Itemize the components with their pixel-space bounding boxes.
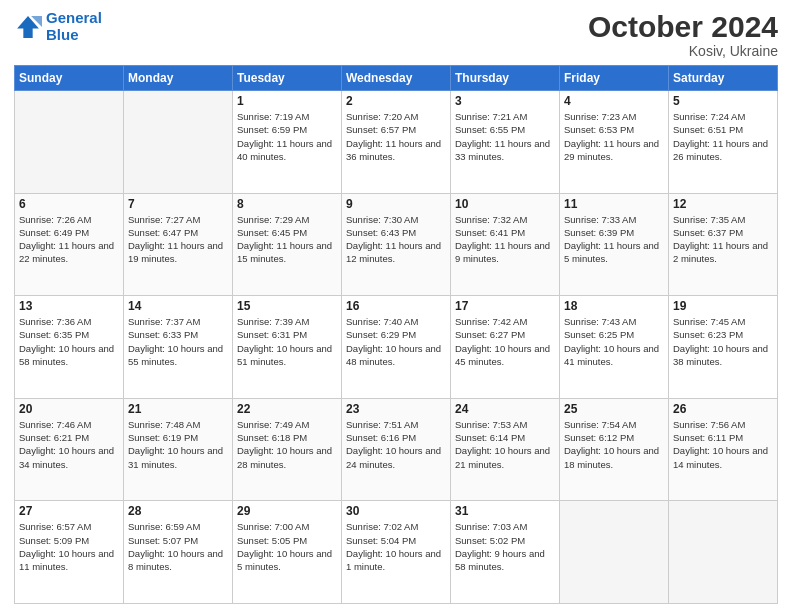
table-row: 30Sunrise: 7:02 AM Sunset: 5:04 PM Dayli…: [342, 501, 451, 604]
table-row: 1Sunrise: 7:19 AM Sunset: 6:59 PM Daylig…: [233, 91, 342, 194]
cell-info: Sunrise: 7:48 AM Sunset: 6:19 PM Dayligh…: [128, 418, 228, 471]
cell-info: Sunrise: 7:56 AM Sunset: 6:11 PM Dayligh…: [673, 418, 773, 471]
table-row: [669, 501, 778, 604]
table-row: [560, 501, 669, 604]
table-row: 9Sunrise: 7:30 AM Sunset: 6:43 PM Daylig…: [342, 193, 451, 296]
table-row: 15Sunrise: 7:39 AM Sunset: 6:31 PM Dayli…: [233, 296, 342, 399]
table-row: 29Sunrise: 7:00 AM Sunset: 5:05 PM Dayli…: [233, 501, 342, 604]
cell-info: Sunrise: 7:54 AM Sunset: 6:12 PM Dayligh…: [564, 418, 664, 471]
day-number: 29: [237, 504, 337, 518]
day-number: 21: [128, 402, 228, 416]
day-number: 24: [455, 402, 555, 416]
day-number: 18: [564, 299, 664, 313]
table-row: 11Sunrise: 7:33 AM Sunset: 6:39 PM Dayli…: [560, 193, 669, 296]
day-number: 1: [237, 94, 337, 108]
title-block: October 2024 Kosiv, Ukraine: [588, 10, 778, 59]
logo-icon: [14, 13, 42, 41]
table-row: 2Sunrise: 7:20 AM Sunset: 6:57 PM Daylig…: [342, 91, 451, 194]
cell-info: Sunrise: 7:19 AM Sunset: 6:59 PM Dayligh…: [237, 110, 337, 163]
table-row: 10Sunrise: 7:32 AM Sunset: 6:41 PM Dayli…: [451, 193, 560, 296]
day-number: 7: [128, 197, 228, 211]
table-row: 18Sunrise: 7:43 AM Sunset: 6:25 PM Dayli…: [560, 296, 669, 399]
header-tuesday: Tuesday: [233, 66, 342, 91]
cell-info: Sunrise: 7:36 AM Sunset: 6:35 PM Dayligh…: [19, 315, 119, 368]
day-number: 28: [128, 504, 228, 518]
day-number: 12: [673, 197, 773, 211]
header-thursday: Thursday: [451, 66, 560, 91]
table-row: [124, 91, 233, 194]
logo-line2: Blue: [46, 26, 79, 43]
table-row: 14Sunrise: 7:37 AM Sunset: 6:33 PM Dayli…: [124, 296, 233, 399]
day-number: 22: [237, 402, 337, 416]
header-wednesday: Wednesday: [342, 66, 451, 91]
cell-info: Sunrise: 7:46 AM Sunset: 6:21 PM Dayligh…: [19, 418, 119, 471]
day-number: 15: [237, 299, 337, 313]
cell-info: Sunrise: 7:32 AM Sunset: 6:41 PM Dayligh…: [455, 213, 555, 266]
day-number: 17: [455, 299, 555, 313]
day-number: 16: [346, 299, 446, 313]
table-row: 17Sunrise: 7:42 AM Sunset: 6:27 PM Dayli…: [451, 296, 560, 399]
cell-info: Sunrise: 7:24 AM Sunset: 6:51 PM Dayligh…: [673, 110, 773, 163]
table-row: 23Sunrise: 7:51 AM Sunset: 6:16 PM Dayli…: [342, 398, 451, 501]
cell-info: Sunrise: 7:00 AM Sunset: 5:05 PM Dayligh…: [237, 520, 337, 573]
cell-info: Sunrise: 7:49 AM Sunset: 6:18 PM Dayligh…: [237, 418, 337, 471]
table-row: 20Sunrise: 7:46 AM Sunset: 6:21 PM Dayli…: [15, 398, 124, 501]
table-row: 12Sunrise: 7:35 AM Sunset: 6:37 PM Dayli…: [669, 193, 778, 296]
cell-info: Sunrise: 7:23 AM Sunset: 6:53 PM Dayligh…: [564, 110, 664, 163]
cell-info: Sunrise: 7:40 AM Sunset: 6:29 PM Dayligh…: [346, 315, 446, 368]
table-row: 6Sunrise: 7:26 AM Sunset: 6:49 PM Daylig…: [15, 193, 124, 296]
day-number: 14: [128, 299, 228, 313]
table-row: 21Sunrise: 7:48 AM Sunset: 6:19 PM Dayli…: [124, 398, 233, 501]
day-number: 9: [346, 197, 446, 211]
table-row: 19Sunrise: 7:45 AM Sunset: 6:23 PM Dayli…: [669, 296, 778, 399]
day-number: 3: [455, 94, 555, 108]
cell-info: Sunrise: 7:21 AM Sunset: 6:55 PM Dayligh…: [455, 110, 555, 163]
day-number: 20: [19, 402, 119, 416]
header-monday: Monday: [124, 66, 233, 91]
table-row: 28Sunrise: 6:59 AM Sunset: 5:07 PM Dayli…: [124, 501, 233, 604]
table-row: 22Sunrise: 7:49 AM Sunset: 6:18 PM Dayli…: [233, 398, 342, 501]
day-number: 2: [346, 94, 446, 108]
header-sunday: Sunday: [15, 66, 124, 91]
cell-info: Sunrise: 7:43 AM Sunset: 6:25 PM Dayligh…: [564, 315, 664, 368]
day-number: 30: [346, 504, 446, 518]
logo-text: General Blue: [46, 10, 102, 43]
table-row: 13Sunrise: 7:36 AM Sunset: 6:35 PM Dayli…: [15, 296, 124, 399]
day-number: 13: [19, 299, 119, 313]
day-number: 27: [19, 504, 119, 518]
cell-info: Sunrise: 7:26 AM Sunset: 6:49 PM Dayligh…: [19, 213, 119, 266]
calendar-week-row: 13Sunrise: 7:36 AM Sunset: 6:35 PM Dayli…: [15, 296, 778, 399]
table-row: 7Sunrise: 7:27 AM Sunset: 6:47 PM Daylig…: [124, 193, 233, 296]
day-number: 4: [564, 94, 664, 108]
cell-info: Sunrise: 7:45 AM Sunset: 6:23 PM Dayligh…: [673, 315, 773, 368]
cell-info: Sunrise: 7:51 AM Sunset: 6:16 PM Dayligh…: [346, 418, 446, 471]
day-number: 11: [564, 197, 664, 211]
cell-info: Sunrise: 7:02 AM Sunset: 5:04 PM Dayligh…: [346, 520, 446, 573]
calendar-table: Sunday Monday Tuesday Wednesday Thursday…: [14, 65, 778, 604]
table-row: 5Sunrise: 7:24 AM Sunset: 6:51 PM Daylig…: [669, 91, 778, 194]
cell-info: Sunrise: 7:27 AM Sunset: 6:47 PM Dayligh…: [128, 213, 228, 266]
day-number: 23: [346, 402, 446, 416]
day-number: 31: [455, 504, 555, 518]
day-number: 6: [19, 197, 119, 211]
cell-info: Sunrise: 7:37 AM Sunset: 6:33 PM Dayligh…: [128, 315, 228, 368]
page: General Blue October 2024 Kosiv, Ukraine…: [0, 0, 792, 612]
subtitle: Kosiv, Ukraine: [588, 43, 778, 59]
cell-info: Sunrise: 7:20 AM Sunset: 6:57 PM Dayligh…: [346, 110, 446, 163]
logo-line1: General: [46, 9, 102, 26]
calendar-week-row: 20Sunrise: 7:46 AM Sunset: 6:21 PM Dayli…: [15, 398, 778, 501]
table-row: 8Sunrise: 7:29 AM Sunset: 6:45 PM Daylig…: [233, 193, 342, 296]
day-number: 26: [673, 402, 773, 416]
table-row: 25Sunrise: 7:54 AM Sunset: 6:12 PM Dayli…: [560, 398, 669, 501]
cell-info: Sunrise: 7:39 AM Sunset: 6:31 PM Dayligh…: [237, 315, 337, 368]
logo: General Blue: [14, 10, 102, 43]
day-number: 8: [237, 197, 337, 211]
month-title: October 2024: [588, 10, 778, 43]
day-number: 25: [564, 402, 664, 416]
cell-info: Sunrise: 6:59 AM Sunset: 5:07 PM Dayligh…: [128, 520, 228, 573]
cell-info: Sunrise: 7:03 AM Sunset: 5:02 PM Dayligh…: [455, 520, 555, 573]
table-row: 26Sunrise: 7:56 AM Sunset: 6:11 PM Dayli…: [669, 398, 778, 501]
header: General Blue October 2024 Kosiv, Ukraine: [14, 10, 778, 59]
header-saturday: Saturday: [669, 66, 778, 91]
calendar-week-row: 6Sunrise: 7:26 AM Sunset: 6:49 PM Daylig…: [15, 193, 778, 296]
